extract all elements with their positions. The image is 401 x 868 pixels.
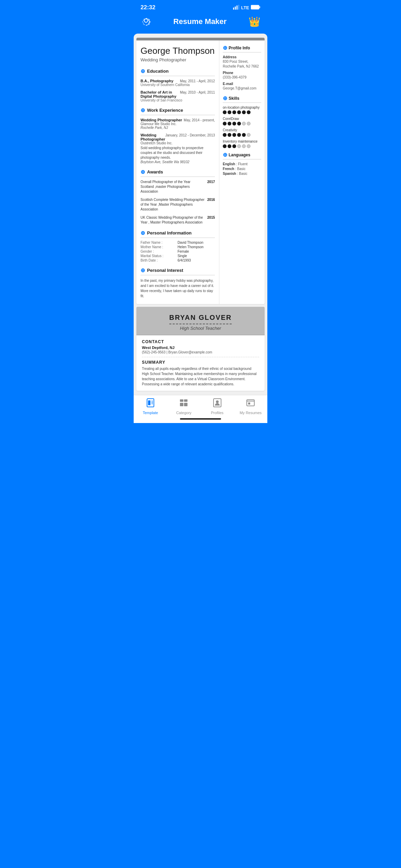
- award-year-3: 2015: [207, 216, 215, 219]
- dot: [228, 133, 231, 137]
- awards-label: Awards: [147, 169, 163, 174]
- resume2-body: CONTACT West Deptford, NJ (562)-245-9563…: [136, 335, 265, 391]
- tab-template[interactable]: Template: [134, 398, 167, 415]
- personal-interest-section-header: ⊕ Personal Interest: [141, 267, 215, 275]
- resume-name: George Thompson: [141, 46, 215, 56]
- resume-card-george[interactable]: George Thompson Wedding Photographer ⊕ E…: [136, 38, 265, 304]
- status-icons: LTE: [233, 5, 260, 11]
- home-bar: [180, 418, 221, 420]
- languages-plus-icon: ⊕: [223, 152, 227, 158]
- dot: [237, 110, 241, 114]
- awards-section-header: ⊕ Awards: [141, 169, 215, 177]
- edu-date-1: May, 2011 - April, 2012: [180, 79, 215, 83]
- tab-bar: Template Category Profiles: [134, 395, 267, 416]
- svg-rect-2: [236, 5, 238, 10]
- skills-label: Skills: [229, 96, 239, 101]
- edu-degree-2: Bachelor of Art in Digital Photography: [141, 90, 180, 98]
- dot: [223, 133, 227, 137]
- lang-name-1: English: [223, 162, 235, 166]
- tab-profiles[interactable]: Profiles: [200, 398, 234, 415]
- personal-interest-plus-icon: ⊕: [141, 267, 145, 274]
- content-area: George Thompson Wedding Photographer ⊕ E…: [134, 34, 267, 395]
- work-desc-2: Sold wedding photography to prospective …: [141, 146, 215, 160]
- work-label: Work Experience: [147, 108, 183, 113]
- personal-interest-label: Personal Interest: [147, 268, 183, 273]
- personal-info-grid: Father Name : David Thompson Mother Name…: [141, 241, 215, 262]
- resume2-title: High School Teacher: [142, 326, 259, 331]
- award-entry-3: UK Classic Wedding Photographer of the Y…: [141, 215, 215, 225]
- dot: [228, 122, 231, 125]
- address-value: 830 Pooz Street, Rochelle Park, NJ 7662: [223, 59, 261, 69]
- skill-name-3: Creativity: [223, 128, 261, 132]
- edu-date-2: May, 2010 - April, 2011: [180, 91, 215, 94]
- app-title: Resume Maker: [173, 17, 227, 26]
- svg-rect-1: [235, 7, 236, 10]
- edu-degree-1: B.A., Photography: [141, 79, 173, 83]
- svg-rect-11: [180, 399, 183, 402]
- crown-icon[interactable]: 👑: [248, 16, 260, 27]
- skill-name-1: on-location photography: [223, 106, 261, 109]
- dot: [247, 110, 251, 114]
- tab-category-label: Category: [176, 411, 192, 415]
- dot: [242, 122, 246, 125]
- lang-name-2: French: [223, 167, 234, 171]
- lang-level-2: : Basic: [235, 167, 245, 171]
- lang-entry-3: Spanish : Basic: [223, 172, 261, 176]
- dot: [237, 133, 241, 137]
- dot: [242, 144, 246, 148]
- svg-rect-0: [233, 8, 234, 10]
- work-plus-icon: ⊕: [141, 107, 145, 113]
- profile-info-header: ⊕ Profile Info: [223, 45, 261, 52]
- pi-value-father: David Thompson: [178, 241, 215, 244]
- address-label: Address: [223, 55, 261, 59]
- phone-value: (333)-396-4379: [223, 75, 261, 80]
- profiles-icon: [212, 398, 222, 410]
- gear-icon[interactable]: [141, 15, 151, 28]
- resume2-header: BRYAN GLOVER High School Teacher: [136, 307, 265, 335]
- pi-value-gender: Female: [178, 250, 215, 253]
- work-entry-2: Wedding Photographer January, 2012 - Dec…: [141, 133, 215, 164]
- template-icon: [146, 398, 155, 410]
- svg-rect-18: [248, 402, 250, 405]
- skills-header: ⊕ Skills: [223, 95, 261, 103]
- battery-icon: [251, 5, 260, 11]
- work-date-1: May, 2014 - present,: [184, 118, 215, 122]
- edu-entry-2: Bachelor of Art in Digital Photography M…: [141, 90, 215, 102]
- tab-my-resumes[interactable]: My Resumes: [234, 398, 268, 415]
- signal-icon: [233, 5, 239, 11]
- lang-entry-1: English : Fluent: [223, 162, 261, 166]
- edu-school-2: University of San Francisco: [141, 98, 215, 102]
- tab-my-resumes-label: My Resumes: [240, 411, 262, 415]
- pi-label-birthdate: Birth Date :: [141, 258, 175, 262]
- education-plus-icon: ⊕: [141, 68, 145, 74]
- work-location-1: Rochelle Park, NJ: [141, 126, 215, 130]
- dot: [223, 122, 227, 125]
- personal-info-label: Personal Information: [147, 230, 192, 236]
- work-company-2: Oustretch Studio Inc.: [141, 141, 215, 145]
- email-value: George.T@gmail.com: [223, 86, 261, 91]
- resume-card-bryan[interactable]: BRYAN GLOVER High School Teacher CONTACT…: [136, 307, 265, 391]
- languages-header: ⊕ Languages: [223, 152, 261, 159]
- lte-label: LTE: [241, 5, 249, 10]
- status-bar: 22:32 LTE: [134, 0, 267, 12]
- award-text-3: UK Classic Wedding Photographer of the Y…: [141, 215, 205, 225]
- award-text-2: Scottish Complete Wedding Photographer o…: [141, 197, 205, 212]
- award-year-1: 2017: [207, 180, 215, 184]
- pi-label-father: Father Name :: [141, 241, 175, 244]
- work-date-2: January, 2012 - December, 2013: [165, 133, 215, 137]
- dot: [247, 144, 251, 148]
- lang-entry-2: French : Basic: [223, 167, 261, 171]
- dot: [223, 144, 227, 148]
- resume-left-panel: George Thompson Wedding Photographer ⊕ E…: [136, 40, 219, 304]
- award-entry-2: Scottish Complete Wedding Photographer o…: [141, 197, 215, 212]
- app-header: Resume Maker 👑: [134, 12, 267, 34]
- lang-level-1: : Fluent: [236, 162, 247, 166]
- tab-category[interactable]: Category: [167, 398, 201, 415]
- home-indicator: [134, 416, 267, 423]
- dot: [237, 122, 241, 125]
- award-text-1: Overall Photographer of the Year Scotlan…: [141, 180, 205, 194]
- pi-value-marital: Single: [178, 254, 215, 258]
- dot: [247, 133, 251, 137]
- svg-rect-14: [184, 403, 187, 406]
- status-time: 22:32: [141, 4, 155, 11]
